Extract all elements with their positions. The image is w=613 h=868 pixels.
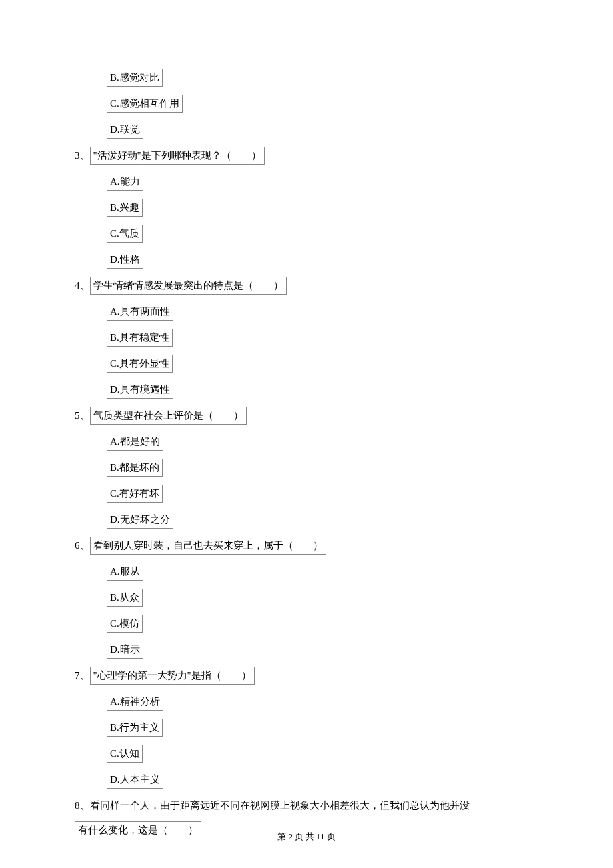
option-4D: D.具有境遇性 [107, 379, 533, 401]
option-4A: A.具有两面性 [107, 301, 533, 323]
question-stem: 看到别人穿时装，自己也去买来穿上，属于（ ） [90, 537, 326, 555]
question-text-line1: 看同样一个人，由于距离远近不同在视网膜上视象大小相差很大，但我们总认为他并没 [90, 800, 470, 811]
option-5B: B.都是坏的 [107, 457, 533, 479]
option-3C: C.气质 [107, 223, 533, 245]
question-stem: 气质类型在社会上评价是（ ） [90, 407, 247, 425]
question-number: 8、 [75, 800, 90, 811]
option-5C: C.有好有坏 [107, 483, 533, 505]
option-text: C.有好有坏 [107, 485, 163, 503]
option-text: B.都是坏的 [107, 459, 163, 477]
option-6B: B.从众 [107, 587, 533, 609]
option-5A: A.都是好的 [107, 431, 533, 453]
option-orphan-C: C.感觉相互作用 [107, 93, 533, 115]
question-number: 7、 [75, 670, 90, 681]
option-3D: D.性格 [107, 249, 533, 271]
question-6: 6、看到别人穿时装，自己也去买来穿上，属于（ ） [75, 535, 533, 557]
question-number: 4、 [75, 280, 90, 291]
document-page: { "orphan_options": { "B": "B.感觉对比", "C"… [0, 0, 613, 868]
option-6D: D.暗示 [107, 639, 533, 661]
option-text: D.无好坏之分 [107, 511, 173, 529]
option-text: B.行为主义 [107, 719, 163, 737]
option-text: C.具有外显性 [107, 355, 173, 373]
question-number: 3、 [75, 150, 90, 161]
question-stem: "活泼好动"是下列哪种表现？（ ） [90, 147, 265, 165]
option-3B: B.兴趣 [107, 197, 533, 219]
option-orphan-B: B.感觉对比 [107, 67, 533, 89]
option-4C: C.具有外显性 [107, 353, 533, 375]
option-text: B.兴趣 [107, 199, 143, 217]
question-number: 6、 [75, 540, 90, 551]
question-7: 7、"心理学的第一大势力"是指（ ） [75, 665, 533, 687]
option-text: D.人本主义 [107, 771, 163, 789]
option-6C: C.模仿 [107, 613, 533, 635]
option-text: B.从众 [107, 589, 143, 607]
question-number: 5、 [75, 410, 90, 421]
question-stem: "心理学的第一大势力"是指（ ） [90, 667, 255, 685]
option-text: D.联觉 [107, 121, 143, 139]
option-text: A.能力 [107, 173, 143, 191]
option-text: A.精神分析 [107, 693, 163, 711]
question-stem: 学生情绪情感发展最突出的特点是（ ） [90, 277, 287, 295]
option-text: D.暗示 [107, 641, 143, 659]
page-footer: 第 2 页 共 11 页 [0, 831, 613, 843]
option-orphan-D: D.联觉 [107, 119, 533, 141]
option-5D: D.无好坏之分 [107, 509, 533, 531]
question-4: 4、学生情绪情感发展最突出的特点是（ ） [75, 275, 533, 297]
option-text: A.具有两面性 [107, 303, 173, 321]
option-text: A.都是好的 [107, 433, 163, 451]
option-text: C.气质 [107, 225, 143, 243]
option-text: D.性格 [107, 251, 143, 269]
option-text: B.感觉对比 [107, 69, 163, 87]
question-8-line1: 8、看同样一个人，由于距离远近不同在视网膜上视象大小相差很大，但我们总认为他并没 [75, 795, 533, 817]
option-7A: A.精神分析 [107, 691, 533, 713]
option-text: C.感觉相互作用 [107, 95, 183, 113]
option-text: C.模仿 [107, 615, 143, 633]
question-3: 3、"活泼好动"是下列哪种表现？（ ） [75, 145, 533, 167]
option-7B: B.行为主义 [107, 717, 533, 739]
option-text: D.具有境遇性 [107, 381, 173, 399]
option-text: A.服从 [107, 563, 143, 581]
option-3A: A.能力 [107, 171, 533, 193]
option-4B: B.具有稳定性 [107, 327, 533, 349]
option-7C: C.认知 [107, 743, 533, 765]
question-5: 5、气质类型在社会上评价是（ ） [75, 405, 533, 427]
option-6A: A.服从 [107, 561, 533, 583]
option-text: B.具有稳定性 [107, 329, 173, 347]
option-7D: D.人本主义 [107, 769, 533, 791]
option-text: C.认知 [107, 745, 143, 763]
page-number: 第 2 页 共 11 页 [277, 831, 335, 841]
